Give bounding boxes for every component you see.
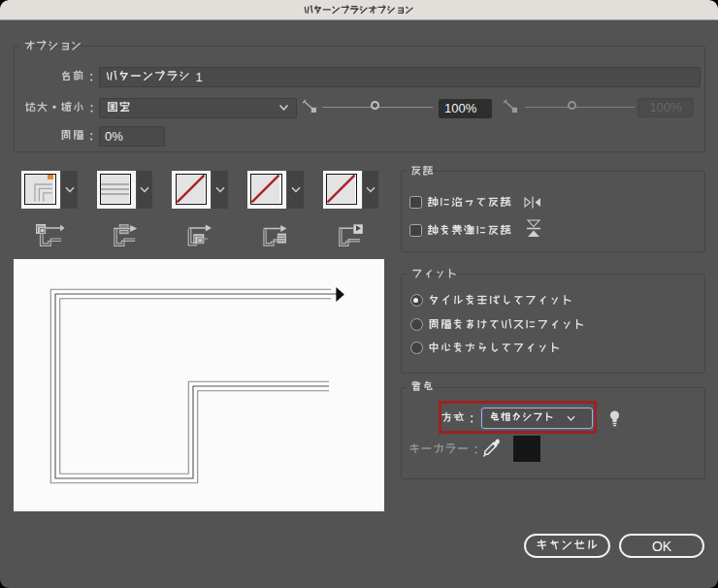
svg-text:1: 1 [195,70,202,84]
